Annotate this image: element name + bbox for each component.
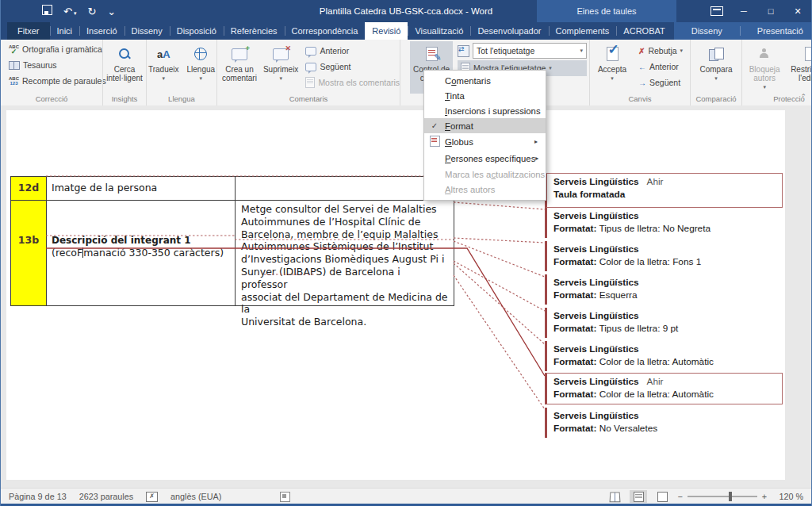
zoom-slider-track[interactable] [688,496,757,497]
compare-button[interactable]: Compara ▾ [697,41,734,94]
ribbon-display-options-button[interactable] [703,0,730,22]
menu-item-insercions[interactable]: Insercions i supressions [424,103,546,118]
table-tools-header: Eines de taules [537,0,676,22]
minimize-button[interactable]: ─ [730,0,757,22]
zoom-slider[interactable]: − + [677,492,767,501]
compare-icon [709,48,723,60]
collapse-ribbon-icon[interactable]: ⌃ [800,93,806,101]
markup-balloon[interactable]: Serveis Lingüístics Formatat: Color de l… [545,241,783,271]
tab-inici[interactable]: Inici [50,22,80,40]
zoom-slider-thumb[interactable] [729,492,732,501]
book-icon [9,61,20,70]
balloon-author: Serveis Lingüístics [553,376,639,387]
window-controls: ─ □ ✕ [703,0,811,22]
spelling-grammar-button[interactable]: ABC✓ Ortografia i gramàtica [6,41,100,57]
previous-change-button[interactable]: ← Anterior [635,59,686,75]
tab-correspondencia[interactable]: Correspondència [285,22,366,40]
previous-change-icon: ← [638,63,646,71]
markup-balloon[interactable]: Serveis Lingüístics Formatat: Color de l… [545,341,783,371]
combobox-dropdown-icon[interactable]: ▾ [580,48,583,54]
globe-icon [194,43,207,65]
display-for-review-icon [458,45,469,57]
menu-item-persones[interactable]: Persones específiques ▸ [424,150,546,167]
markup-balloon[interactable]: Serveis Lingüístics Formatat: Tipus de l… [545,208,783,238]
tab-table-disseny[interactable]: Disseny [674,22,740,40]
magnifier-icon [118,48,131,60]
next-change-button[interactable]: → Següent [635,75,686,90]
table-cell-empty[interactable] [236,177,454,201]
display-for-review-combobox[interactable]: Tot l'etiquetatge ▾ [473,43,587,59]
menu-item-tinta[interactable]: Tinta [424,88,546,103]
undo-icon[interactable]: ↶▾ [63,6,76,17]
markup-balloon-selected[interactable]: Serveis LingüísticsAhir Formatat: Color … [545,373,783,404]
save-icon[interactable] [42,5,52,17]
previous-comment-button[interactable]: Anterior [302,43,403,59]
tab-acrobat[interactable]: ACROBAT [616,22,672,40]
word-count-button[interactable]: ABC123 Recompte de paraules [6,73,100,89]
table-cell-label-13b[interactable]: Descripció del integrant 1 (recoFmanació… [47,201,236,306]
markup-balloon[interactable]: Serveis Lingüístics Formatat: Esquerra [545,274,783,305]
tab-desenvolupador[interactable]: Desenvolupador [470,22,548,40]
tab-disposicio[interactable]: Disposició [170,22,224,40]
print-layout-button[interactable] [630,490,647,503]
spellcheck-icon: ABC✓ [9,44,19,54]
translate-button[interactable]: aA Tradueix ▾ [146,41,182,94]
balloon-time: Ahir [647,176,664,187]
undo-dropdown-icon[interactable]: ▾ [74,10,77,16]
macro-recording-icon[interactable] [280,492,290,502]
group-label: Comentaris [217,94,400,103]
status-bar: Pàgina 9 de 13 2623 paraules ✗ anglès (E… [1,488,811,504]
language-button[interactable]: Llengua ▾ [184,41,217,94]
tab-table-presentacio[interactable]: Presentació [740,22,812,40]
reject-icon: ✗ [638,47,645,56]
restrict-editing-button[interactable]: Restringeix l'edició [787,41,812,94]
word-count-indicator[interactable]: 2623 paraules [79,492,133,501]
table-cell-id-13b[interactable]: 13b [11,201,47,306]
group-label: Correcció [1,94,102,103]
tab-visualitzacio[interactable]: Visualització [408,22,470,40]
language-indicator[interactable]: anglès (EUA) [170,492,221,501]
customize-qat-icon[interactable]: ⌄ [107,6,116,17]
ribbon: ABC✓ Ortografia i gramàtica Tesaurus ABC… [1,40,811,106]
table-cell-description[interactable]: Metge consultor del Servei de Malalties … [236,201,454,306]
page-indicator[interactable]: Pàgina 9 de 13 [9,492,67,501]
smart-lookup-button[interactable]: Cerca intel·ligent [104,41,145,94]
menu-item-format[interactable]: ✓ Format [424,118,546,133]
thesaurus-button[interactable]: Tesaurus [6,57,100,73]
table-tools-tabs: Disseny Presentació [674,22,812,40]
tab-referencies[interactable]: Referències [224,22,285,40]
group-label: Llengua [147,94,216,103]
zoom-percentage[interactable]: 120 % [773,492,803,501]
tab-fitxer[interactable]: Fitxer [7,22,50,40]
tab-insercio[interactable]: Inserció [79,22,124,40]
tab-complements[interactable]: Complements [549,22,617,40]
field-title: Descripció del integrant 1 [52,235,191,246]
proofing-errors-icon[interactable]: ✗ [146,492,158,502]
zoom-out-icon[interactable]: − [677,492,682,501]
next-comment-button[interactable]: Següent [302,59,403,75]
maximize-button[interactable]: □ [757,0,784,22]
zoom-in-icon[interactable]: + [762,492,767,501]
reject-button[interactable]: ✗ Rebutja ▾ [635,43,686,59]
group-label: Canvis [590,94,690,103]
delete-comment-button[interactable]: ✕ Suprimeix ▾ [261,41,301,94]
translate-icon: aA [157,43,170,65]
read-mode-button[interactable] [606,490,623,503]
markup-balloon[interactable]: Serveis LingüísticsAhir Taula formatada [545,173,783,208]
close-button[interactable]: ✕ [784,0,811,22]
table-cell-label-12d[interactable]: Imatge de la persona [47,177,236,201]
group-llengua: aA Tradueix ▾ Llengua ▾ Llengua [146,40,216,105]
markup-balloon[interactable]: Serveis Lingüístics Formatat: No Versale… [545,408,783,438]
tab-disseny[interactable]: Disseny [124,22,170,40]
table-cell-id-12d[interactable]: 12d [11,177,47,201]
document-table: 12d Imatge de la persona 13b Descripció … [10,176,454,306]
menu-item-globus[interactable]: Globus ▸ [424,133,546,150]
balloon-format-label: Formatat: [553,389,596,400]
accept-button[interactable]: ✓ Accepta ▾ [592,41,632,94]
tab-revisio[interactable]: Revisió [365,22,408,40]
redo-icon[interactable]: ↻ [87,6,96,17]
markup-balloon[interactable]: Serveis Lingüístics Formatat: Tipus de l… [545,308,783,338]
menu-item-comentaris[interactable]: Comentaris [424,73,546,88]
new-comment-button[interactable]: + Crea un comentari [220,41,259,94]
web-layout-button[interactable] [653,490,671,503]
